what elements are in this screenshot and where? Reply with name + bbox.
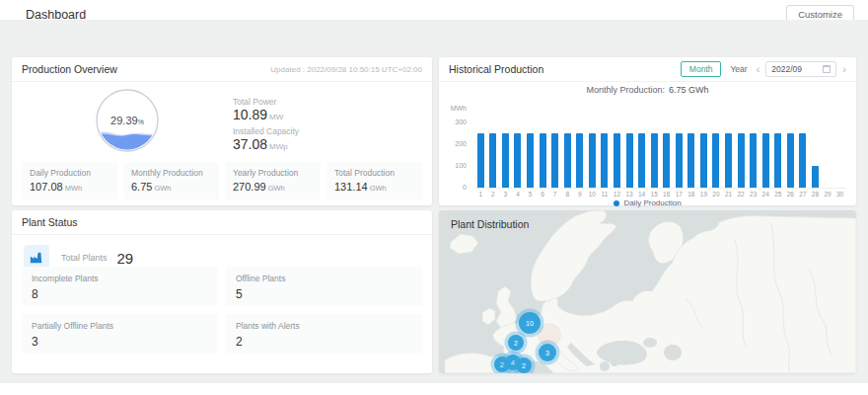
production-stat-box-0: Daily Production107.08MWh <box>22 162 117 199</box>
x-tick-17: 17 <box>673 191 686 198</box>
bar-day-28[interactable] <box>812 166 819 188</box>
bar-day-2[interactable] <box>489 133 496 188</box>
bar-day-10[interactable] <box>589 133 596 188</box>
x-tick-24: 24 <box>760 191 772 198</box>
x-tick-21: 21 <box>722 191 735 198</box>
plant-status-box-1: Offline Plants5 <box>226 267 422 306</box>
production-overview-body: 29.39% Total Power 10.89MW Installed Cap… <box>12 82 432 157</box>
bar-slot-day-12 <box>611 122 623 188</box>
bar-slot-day-22 <box>735 122 748 188</box>
month-toggle-button[interactable]: Month <box>681 61 722 77</box>
bar-day-20[interactable] <box>712 133 719 188</box>
total-power-label: Total Power <box>233 97 299 107</box>
plant-status-label: Offline Plants <box>236 274 412 283</box>
bar-day-5[interactable] <box>527 133 534 188</box>
europe-map[interactable]: 1023242 <box>439 210 856 373</box>
bar-day-18[interactable] <box>687 133 694 188</box>
y-axis-unit-label: MWh <box>447 105 467 112</box>
installed-capacity-value: 37.08MWp <box>233 136 299 152</box>
x-axis-line <box>474 188 846 189</box>
bar-day-11[interactable] <box>601 133 608 188</box>
legend-label: Daily Production <box>623 198 681 207</box>
installed-capacity-label: Installed Capacity <box>233 126 299 136</box>
plant-cluster-count-1: 2 <box>514 340 518 347</box>
plant-distribution-title: Plant Distribution <box>451 218 529 230</box>
historical-production-title: Historical Production <box>449 63 543 75</box>
total-plants-label: Total Plants <box>61 253 108 263</box>
x-tick-15: 15 <box>648 191 661 198</box>
production-stat-unit: MWh <box>65 184 83 193</box>
bar-day-3[interactable] <box>502 133 509 188</box>
y-axis-tick-200: 200 <box>447 140 467 147</box>
plant-status-box-0: Incomplete Plants8 <box>22 267 218 306</box>
bar-day-16[interactable] <box>663 133 670 188</box>
x-tick-26: 26 <box>784 191 797 198</box>
bar-day-24[interactable] <box>762 133 769 188</box>
production-stat-label: Total Production <box>334 168 414 178</box>
bar-day-8[interactable] <box>564 133 571 188</box>
daily-production-chart: 1234567891011121314151617181920212223242… <box>447 95 850 198</box>
bar-day-15[interactable] <box>651 133 658 188</box>
total-power-unit: MW <box>269 113 283 121</box>
chart-subtitle-value: 6.75 GWh <box>669 85 709 95</box>
x-tick-11: 11 <box>599 191 612 198</box>
bar-day-14[interactable] <box>638 133 645 188</box>
bar-day-27[interactable] <box>799 133 806 188</box>
date-picker-value: 2022/09 <box>771 64 802 74</box>
bar-day-21[interactable] <box>725 133 732 188</box>
plant-status-header: Plant Status <box>12 210 432 235</box>
bar-day-13[interactable] <box>626 133 633 188</box>
bar-day-1[interactable] <box>477 133 484 188</box>
bar-day-7[interactable] <box>551 133 558 188</box>
bar-day-4[interactable] <box>514 133 521 188</box>
bar-slot-day-7 <box>548 122 561 188</box>
x-tick-13: 13 <box>623 191 636 198</box>
bar-day-19[interactable] <box>700 133 707 188</box>
bar-series <box>474 122 846 188</box>
plant-cluster-count-0: 10 <box>526 320 534 327</box>
bar-day-26[interactable] <box>787 133 794 188</box>
bar-slot-day-8 <box>561 122 574 188</box>
bar-slot-day-3 <box>499 122 512 188</box>
plant-cluster-count-5: 2 <box>522 362 526 369</box>
historical-production-header: Historical Production Month Year ‹ 2022/… <box>439 57 856 82</box>
production-stat-unit: GWh <box>154 184 171 193</box>
production-stat-box-2: Yearly Production270.99GWh <box>225 162 321 199</box>
bar-day-9[interactable] <box>576 133 583 188</box>
bar-slot-day-9 <box>574 122 587 188</box>
bar-day-17[interactable] <box>676 133 683 188</box>
plant-status-box-3: Plants with Alerts2 <box>226 314 422 354</box>
x-tick-3: 3 <box>499 191 512 198</box>
plant-status-grid: Incomplete Plants8Offline Plants5Partial… <box>22 267 422 354</box>
bar-slot-day-16 <box>660 122 673 188</box>
production-overview-title: Production Overview <box>22 63 117 75</box>
x-tick-28: 28 <box>809 191 822 198</box>
production-stat-label: Yearly Production <box>233 168 313 178</box>
bar-day-12[interactable] <box>614 133 620 188</box>
bar-day-25[interactable] <box>774 133 781 188</box>
plant-status-label: Partially Offline Plants <box>32 321 208 331</box>
bar-day-23[interactable] <box>750 133 757 188</box>
y-axis-tick-0: 0 <box>447 184 467 191</box>
production-overview-panel: Production Overview Updated : 2022/09/28… <box>12 57 432 205</box>
legend-dot-icon <box>614 200 619 206</box>
x-tick-5: 5 <box>524 191 537 198</box>
year-toggle-button[interactable]: Year <box>727 62 750 76</box>
bar-slot-day-1 <box>474 122 487 188</box>
x-tick-1: 1 <box>474 191 487 198</box>
x-tick-22: 22 <box>735 191 748 198</box>
production-stat-box-3: Total Production131.14GWh <box>326 162 422 199</box>
x-axis-labels: 1234567891011121314151617181920212223242… <box>474 191 846 198</box>
bar-day-6[interactable] <box>540 133 546 188</box>
bar-slot-day-5 <box>524 122 537 188</box>
x-tick-4: 4 <box>512 191 525 198</box>
bar-day-22[interactable] <box>738 133 745 188</box>
date-picker[interactable]: 2022/09 <box>765 61 836 77</box>
plant-status-value: 3 <box>32 335 208 349</box>
plant-status-label: Plants with Alerts <box>236 321 412 331</box>
prev-month-arrow[interactable]: ‹ <box>757 64 760 75</box>
historical-production-panel: Historical Production Month Year ‹ 2022/… <box>439 57 856 205</box>
bar-slot-day-29 <box>822 122 834 188</box>
next-month-arrow[interactable]: › <box>842 64 846 75</box>
bar-slot-day-13 <box>623 122 636 188</box>
